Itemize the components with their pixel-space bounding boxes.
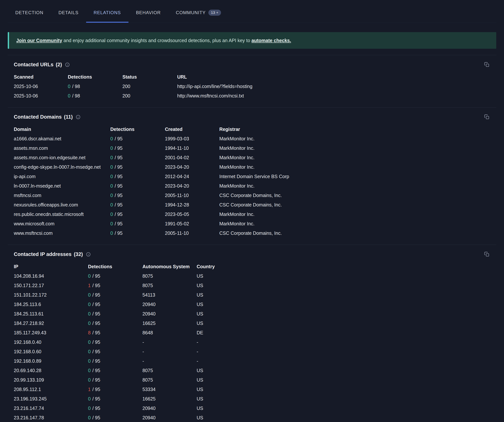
domain-link[interactable]: ip-api.com xyxy=(14,174,110,179)
ip-link[interactable]: 23.216.147.74 xyxy=(14,406,88,411)
autonomous-system-cell: 8075 xyxy=(142,377,197,383)
contacted-ips-section: Contacted IP addresses (32) IP Detection… xyxy=(8,245,496,422)
created-cell: 1991-05-02 xyxy=(165,221,219,227)
domain-link[interactable]: assets.msn.com xyxy=(14,145,110,151)
autonomous-system-cell: 8075 xyxy=(142,273,197,279)
country-cell: US xyxy=(197,377,490,383)
created-cell: 2023-04-20 xyxy=(165,164,219,170)
ip-link[interactable]: 192.168.0.89 xyxy=(14,358,88,364)
section-title-text: Contacted IP addresses xyxy=(14,251,72,257)
column-header-country: Country xyxy=(197,264,490,269)
domain-link[interactable]: config-edge-skype.ln-0007.ln-msedge.net xyxy=(14,164,110,170)
ip-link[interactable]: 192.168.0.60 xyxy=(14,349,88,354)
ip-link[interactable]: 151.101.22.172 xyxy=(14,292,88,298)
ip-row: 192.168.0.60 0/ 95 - - xyxy=(14,347,490,356)
detections-cell: 0/ 95 xyxy=(88,358,142,364)
info-icon[interactable] xyxy=(86,252,91,257)
copy-ips-button[interactable] xyxy=(483,251,490,258)
detections-count: 1 xyxy=(88,387,91,392)
domain-link[interactable]: ln-0007.ln-msedge.net xyxy=(14,183,110,189)
url-link[interactable]: http://www.msftncsi.com/ncsi.txt xyxy=(177,93,490,99)
domain-link[interactable]: msftncsi.com xyxy=(14,193,110,198)
ip-link[interactable]: 192.168.0.40 xyxy=(14,339,88,345)
detections-cell: 0/ 98 xyxy=(68,93,122,99)
ip-link[interactable]: 150.171.22.17 xyxy=(14,283,88,288)
ips-table-header: IP Detections Autonomous System Country xyxy=(14,262,490,271)
contacted-domains-section: Contacted Domains (11) Domain Detections… xyxy=(8,107,496,245)
detections-total: / 98 xyxy=(72,84,80,89)
created-cell: 1994-12-28 xyxy=(165,202,219,208)
section-title-text: Contacted URLs xyxy=(14,62,54,68)
detections-total: / 95 xyxy=(92,358,100,364)
domain-link[interactable]: a1666.dscr.akamai.net xyxy=(14,136,110,141)
detections-cell: 0/ 95 xyxy=(88,377,142,383)
detections-total: / 95 xyxy=(92,339,100,345)
detections-total: / 95 xyxy=(115,221,123,226)
ip-row: 151.101.22.172 0/ 95 54113 US xyxy=(14,290,490,300)
column-header-created: Created xyxy=(165,127,219,132)
created-cell: 1999-03-03 xyxy=(165,136,219,141)
ip-row: 184.25.113.6 0/ 95 20940 US xyxy=(14,300,490,309)
created-cell: 2001-04-02 xyxy=(165,155,219,160)
autonomous-system-cell: 8075 xyxy=(142,368,197,373)
detections-cell: 0/ 95 xyxy=(110,202,165,208)
created-cell: 2005-11-10 xyxy=(165,193,219,198)
column-header-status: Status xyxy=(122,74,177,80)
detections-cell: 0/ 98 xyxy=(68,84,122,89)
ip-row: 185.117.249.43 8/ 95 8648 DE xyxy=(14,328,490,337)
copy-domains-button[interactable] xyxy=(483,114,490,120)
tab-label: BEHAVIOR xyxy=(136,10,161,15)
domain-link[interactable]: nexusrules.officeapps.live.com xyxy=(14,202,110,208)
domain-row: config-edge-skype.ln-0007.ln-msedge.net … xyxy=(14,162,490,172)
tab-bar: DETECTION DETAILS RELATIONS BEHAVIOR COM… xyxy=(8,0,496,23)
ip-link[interactable]: 184.25.113.61 xyxy=(14,311,88,317)
tab-detection[interactable]: DETECTION xyxy=(8,0,51,23)
detections-total: / 95 xyxy=(92,377,100,383)
ip-link[interactable]: 184.27.218.92 xyxy=(14,320,88,326)
ip-link[interactable]: 104.208.16.94 xyxy=(14,273,88,279)
detections-total: / 95 xyxy=(92,349,100,354)
detections-count: 0 xyxy=(110,221,113,226)
domain-link[interactable]: res.public.onecdn.static.microsoft xyxy=(14,211,110,217)
copy-urls-button[interactable] xyxy=(483,61,490,68)
url-link[interactable]: http://ip-api.com/line/?fields=hosting xyxy=(177,84,490,89)
contacted-urls-section: Contacted URLs (2) Scanned Detections St… xyxy=(8,55,496,107)
detections-count: 0 xyxy=(110,230,113,236)
detections-cell: 0/ 95 xyxy=(110,193,165,198)
domain-link[interactable]: assets.msn.com-ion.edgesuite.net xyxy=(14,155,110,160)
registrar-cell: MarkMonitor Inc. xyxy=(219,155,490,160)
domain-link[interactable]: www.microsoft.com xyxy=(14,221,110,227)
automate-checks-link[interactable]: automate checks. xyxy=(252,38,291,43)
detections-count: 0 xyxy=(88,339,91,345)
domain-link[interactable]: www.msftncsi.com xyxy=(14,230,110,236)
column-header-scanned: Scanned xyxy=(14,74,68,80)
ip-link[interactable]: 185.117.249.43 xyxy=(14,330,88,336)
tab-community[interactable]: COMMUNITY 13 + xyxy=(168,0,228,23)
domains-table-header: Domain Detections Created Registrar xyxy=(14,125,490,134)
ip-link[interactable]: 23.196.193.245 xyxy=(14,396,88,402)
ip-link[interactable]: 20.69.140.28 xyxy=(14,368,88,373)
info-icon[interactable] xyxy=(65,62,70,67)
ip-link[interactable]: 20.99.133.109 xyxy=(14,377,88,383)
ip-link[interactable]: 184.25.113.6 xyxy=(14,302,88,307)
detections-count: 0 xyxy=(68,84,71,89)
info-icon[interactable] xyxy=(76,115,80,119)
created-cell: 1994-11-10 xyxy=(165,145,219,151)
ip-link[interactable]: 23.216.147.78 xyxy=(14,415,88,421)
detections-cell: 0/ 95 xyxy=(110,230,165,236)
ip-link[interactable]: 208.95.112.1 xyxy=(14,387,88,392)
autonomous-system-cell: 8075 xyxy=(142,283,197,288)
ip-row: 23.196.193.245 0/ 95 16625 US xyxy=(14,394,490,404)
join-community-link[interactable]: Join our Community xyxy=(16,38,62,43)
detections-count: 0 xyxy=(88,396,91,401)
autonomous-system-cell: 20940 xyxy=(142,415,197,421)
tab-behavior[interactable]: BEHAVIOR xyxy=(128,0,168,23)
column-header-autonomous-system: Autonomous System xyxy=(142,264,197,269)
tab-details[interactable]: DETAILS xyxy=(51,0,86,23)
tab-relations[interactable]: RELATIONS xyxy=(86,0,128,23)
contacted-urls-header: Contacted URLs (2) xyxy=(14,61,490,68)
detections-cell: 1/ 95 xyxy=(88,387,142,392)
section-title: Contacted IP addresses (32) xyxy=(14,251,83,257)
column-header-ip: IP xyxy=(14,264,88,269)
domain-row: www.msftncsi.com 0/ 95 2005-11-10 CSC Co… xyxy=(14,228,490,238)
